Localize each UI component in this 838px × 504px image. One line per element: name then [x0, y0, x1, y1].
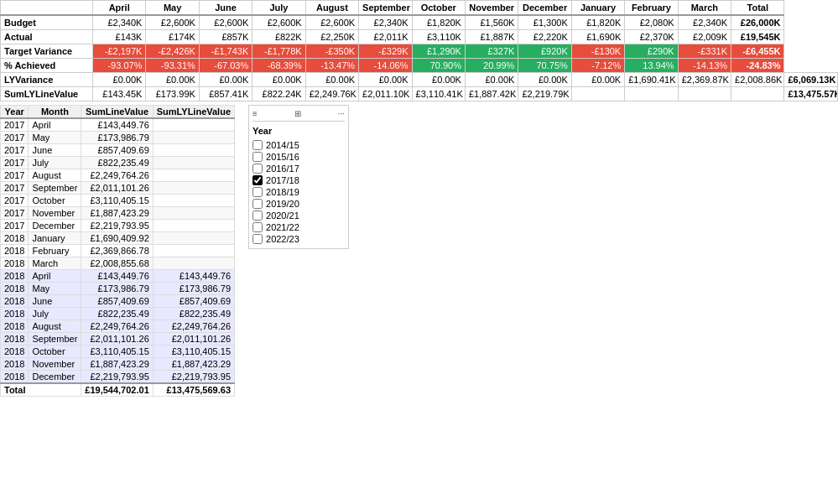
summary-row-label: % Achieved [1, 59, 93, 73]
bottom-section: Year Month SumLineValue SumLYLineValue 2… [0, 105, 838, 397]
detail-row: 2018June£857,409.69£857,409.69 [1, 295, 235, 308]
year-filter-item[interactable]: 2016/17 [252, 163, 345, 174]
header-august: August [305, 1, 358, 16]
detail-cell [153, 195, 234, 207]
year-filter-checkbox[interactable] [252, 175, 263, 185]
detail-cell: December [29, 371, 81, 384]
header-april: April [93, 1, 146, 16]
detail-cell: 2018 [1, 295, 29, 308]
detail-cell: 2018 [1, 371, 29, 384]
year-filter-item[interactable]: 2019/20 [252, 198, 345, 210]
detail-cell: £1,887,423.29 [153, 358, 234, 371]
detail-total-cell: £19,544,702.01 [81, 383, 153, 397]
year-filter-item[interactable]: 2022/23 [252, 233, 345, 245]
summary-cell: -£329K [359, 44, 412, 59]
year-filter-label: 2018/19 [266, 187, 299, 197]
year-filter-label: 2016/17 [266, 164, 299, 174]
summary-cell: £2,370K [625, 30, 678, 44]
summary-cell: £1,820K [571, 15, 624, 30]
detail-cell: 2018 [1, 283, 29, 295]
detail-table: Year Month SumLineValue SumLYLineValue 2… [0, 105, 235, 397]
detail-cell: August [29, 169, 81, 182]
summary-row-label: Budget [1, 15, 93, 30]
detail-total-row: Total£19,544,702.01£13,475,569.63 [1, 383, 235, 397]
year-filter-item[interactable]: 2014/15 [252, 139, 345, 151]
summary-cell: £173.99K [146, 87, 199, 101]
summary-cell: £857.41K [199, 87, 252, 101]
summary-cell: £19,545K [731, 30, 784, 44]
detail-cell [153, 182, 234, 195]
summary-cell: £2,340K [93, 15, 146, 30]
summary-cell: £1,887.42K [465, 87, 518, 101]
year-filter-item[interactable]: 2018/19 [252, 186, 345, 198]
summary-cell: -£6,455K [731, 44, 784, 59]
detail-cell: £2,008,855.68 [81, 257, 153, 270]
summary-cell: £2,600K [199, 15, 252, 30]
detail-cell: 2018 [1, 257, 29, 270]
header-november: November [465, 1, 518, 16]
summary-cell: £2,369.87K [678, 73, 731, 87]
summary-cell: £1,300K [518, 15, 571, 30]
year-filter-checkbox[interactable] [252, 234, 263, 244]
summary-cell: £1,820K [412, 15, 465, 30]
detail-cell: £2,219,793.95 [81, 220, 153, 232]
detail-row: 2017May£173,986.79 [1, 132, 235, 144]
year-filter-checkbox[interactable] [252, 140, 263, 150]
year-panel-more-icon[interactable]: ··· [338, 109, 345, 118]
header-september: September [359, 1, 412, 16]
year-filter-checkbox[interactable] [252, 164, 263, 174]
detail-row: 2018April£143,449.76£143,449.76 [1, 270, 235, 283]
detail-cell: £2,219,793.95 [81, 371, 153, 384]
summary-cell: £857K [199, 30, 252, 44]
summary-cell: £2,600K [252, 15, 305, 30]
detail-header-row: Year Month SumLineValue SumLYLineValue [1, 106, 235, 119]
detail-cell: 2018 [1, 232, 29, 245]
summary-cell: £1,290K [412, 44, 465, 59]
year-filter-item[interactable]: 2017/18 [252, 174, 345, 186]
year-filter-checkbox[interactable] [252, 222, 263, 232]
detail-cell: April [29, 270, 81, 283]
detail-cell: £3,110,405.15 [153, 346, 234, 358]
detail-cell: 2018 [1, 245, 29, 257]
detail-cell: £143,449.76 [81, 270, 153, 283]
detail-cell: February [29, 245, 81, 257]
year-filter-checkbox[interactable] [252, 199, 263, 209]
summary-cell [625, 87, 678, 101]
summary-cell: -7.12% [571, 59, 624, 73]
detail-cell: 2017 [1, 207, 29, 220]
year-filter-item[interactable]: 2020/21 [252, 210, 345, 221]
detail-row: 2018May£173,986.79£173,986.79 [1, 283, 235, 295]
detail-row: 2018December£2,219,793.95£2,219,793.95 [1, 371, 235, 384]
detail-row: 2018July£822,235.49£822,235.49 [1, 308, 235, 320]
header-december: December [518, 1, 571, 16]
summary-cell: £2,220K [518, 30, 571, 44]
detail-cell: July [29, 308, 81, 320]
detail-cell [153, 207, 234, 220]
detail-cell: £2,369,866.78 [81, 245, 153, 257]
detail-total-cell: £13,475,569.63 [153, 383, 234, 397]
detail-cell: £143,449.76 [81, 118, 153, 132]
detail-cell: June [29, 295, 81, 308]
summary-cell: £0.00K [518, 73, 571, 87]
year-filter-checkbox[interactable] [252, 187, 263, 197]
summary-row-2: Target Variance-£2,197K-£2,426K-£1,743K-… [1, 44, 838, 59]
summary-row-label: SumLYLineValue [1, 87, 93, 101]
year-filter-label: 2017/18 [266, 175, 299, 185]
detail-cell [153, 232, 234, 245]
detail-row: 2018March£2,008,855.68 [1, 257, 235, 270]
detail-row: 2017September£2,011,101.26 [1, 182, 235, 195]
year-filter-checkbox[interactable] [252, 152, 263, 162]
detail-cell: June [29, 144, 81, 157]
summary-cell [731, 87, 784, 101]
detail-cell: £2,011,101.26 [153, 333, 234, 346]
detail-cell [153, 169, 234, 182]
header-january: January [571, 1, 624, 16]
year-panel-expand-icon[interactable]: ⊞ [294, 109, 301, 118]
year-filter-item[interactable]: 2015/16 [252, 151, 345, 163]
summary-cell: £2,011K [359, 30, 412, 44]
year-filter-item[interactable]: 2021/22 [252, 221, 345, 233]
summary-cell: £822K [252, 30, 305, 44]
detail-cell: December [29, 220, 81, 232]
detail-row: 2017June£857,409.69 [1, 144, 235, 157]
year-filter-checkbox[interactable] [252, 210, 263, 221]
